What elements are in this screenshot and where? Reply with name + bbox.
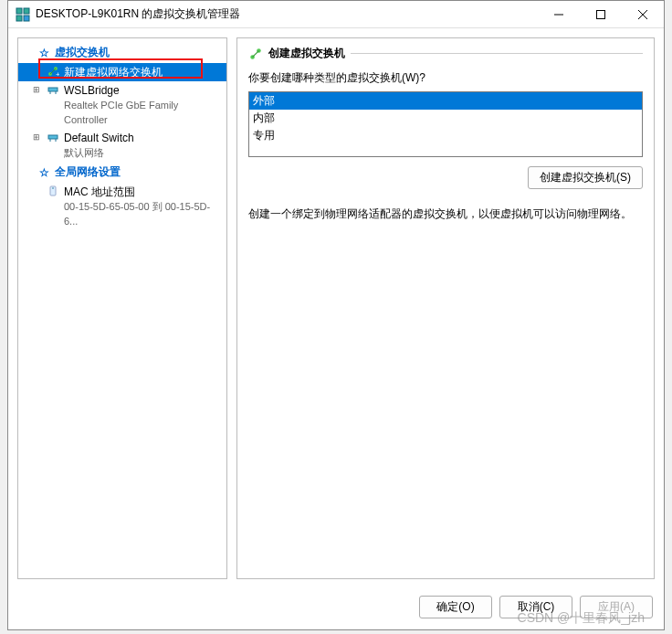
collapse-icon: ☆ — [37, 166, 51, 179]
svg-rect-15 — [48, 135, 58, 139]
svg-rect-1 — [24, 8, 29, 14]
tree-item-label: Default Switch — [64, 131, 134, 145]
mac-icon — [46, 185, 60, 197]
question-label: 你要创建哪种类型的虚拟交换机(W)? — [248, 70, 643, 86]
detail-pane: 创建虚拟交换机 你要创建哪种类型的虚拟交换机(W)? 外部 内部 专用 创建虚拟… — [236, 37, 655, 579]
listbox-item-private[interactable]: 专用 — [249, 127, 642, 144]
svg-text:+: + — [56, 70, 59, 78]
ok-button[interactable]: 确定(O) — [419, 596, 492, 618]
tree-item-detail: 00-15-5D-65-05-00 到 00-15-5D-6... — [64, 199, 223, 228]
svg-rect-0 — [16, 8, 22, 14]
maximize-button[interactable] — [580, 1, 622, 28]
tree-section-global-settings[interactable]: ☆ 全局网络设置 — [18, 162, 226, 183]
tree-item-new-virtual-switch[interactable]: + 新建虚拟网络交换机 — [18, 63, 226, 81]
tree-item-label: MAC 地址范围 — [64, 185, 223, 199]
collapse-icon: ☆ — [37, 47, 51, 59]
tree-item-label: 新建虚拟网络交换机 — [64, 65, 163, 79]
network-add-icon — [248, 48, 263, 60]
svg-rect-12 — [48, 88, 58, 91]
minimize-button[interactable] — [538, 1, 580, 28]
tree-item-label: WSLBridge — [64, 83, 223, 98]
divider — [351, 53, 643, 54]
svg-rect-3 — [24, 16, 29, 21]
window-title: DESKTOP-L9K01RN 的虚拟交换机管理器 — [36, 6, 538, 22]
svg-line-22 — [253, 50, 259, 57]
expand-icon[interactable]: ⊞ — [31, 132, 41, 142]
listbox-item-external[interactable]: 外部 — [249, 92, 642, 110]
apply-button[interactable]: 应用(A) — [580, 596, 653, 618]
cancel-button[interactable]: 取消(C) — [499, 596, 572, 618]
network-add-icon: + — [46, 65, 60, 78]
dialog-footer: 确定(O) 取消(C) 应用(A) — [8, 588, 664, 629]
tree-item-wslbridge[interactable]: ⊞ WSLBridge Realtek PCIe GbE Family Cont… — [18, 81, 226, 129]
listbox-item-internal[interactable]: 内部 — [249, 110, 642, 127]
tree-pane: ☆ 虚拟交换机 + 新建虚拟网络交换机 ⊞ WSLBridge — [17, 37, 227, 579]
virtual-switch-manager-window: DESKTOP-L9K01RN 的虚拟交换机管理器 ☆ 虚拟交换机 + 新建虚拟… — [7, 0, 665, 630]
create-switch-button[interactable]: 创建虚拟交换机(S) — [528, 166, 643, 189]
tree-section-virtual-switches[interactable]: ☆ 虚拟交换机 — [18, 42, 226, 63]
svg-rect-5 — [597, 10, 605, 18]
tree-item-mac-range[interactable]: MAC 地址范围 00-15-5D-65-05-00 到 00-15-5D-6.… — [18, 183, 226, 230]
svg-point-19 — [52, 187, 54, 189]
tree-item-detail: Realtek PCIe GbE Family Controller — [64, 98, 223, 127]
section-title: 创建虚拟交换机 — [268, 46, 345, 61]
close-button[interactable] — [622, 1, 664, 28]
titlebar: DESKTOP-L9K01RN 的虚拟交换机管理器 — [8, 1, 664, 28]
svg-rect-2 — [16, 16, 22, 21]
tree-item-default-switch[interactable]: ⊞ Default Switch 默认网络 — [18, 129, 226, 162]
switch-type-listbox[interactable]: 外部 内部 专用 — [248, 91, 643, 157]
description-text: 创建一个绑定到物理网络适配器的虚拟交换机，以便虚拟机可以访问物理网络。 — [248, 206, 643, 222]
tree-item-detail: 默认网络 — [64, 145, 134, 160]
network-switch-icon — [46, 83, 60, 96]
expand-icon[interactable]: ⊞ — [31, 84, 41, 94]
app-icon — [16, 7, 30, 22]
network-switch-icon — [46, 131, 60, 143]
